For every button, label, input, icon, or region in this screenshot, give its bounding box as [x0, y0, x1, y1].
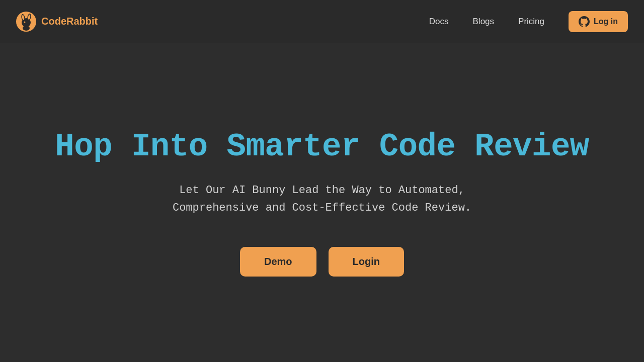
svg-point-4 — [23, 26, 30, 31]
hero-section: Hop Into Smarter Code Review Let Our AI … — [0, 43, 644, 362]
github-icon — [579, 16, 590, 27]
login-btn-label: Log in — [594, 17, 618, 26]
svg-point-7 — [24, 21, 26, 23]
hero-title: Hop Into Smarter Code Review — [55, 129, 589, 166]
hero-subtitle-line2: Comprehensive and Cost-Effective Code Re… — [173, 202, 471, 214]
nav-pricing[interactable]: Pricing — [518, 17, 544, 27]
hero-login-button[interactable]: Login — [329, 247, 404, 277]
nav-links: Docs Blogs Pricing Log in — [429, 11, 628, 32]
demo-button[interactable]: Demo — [240, 247, 316, 277]
nav-blogs[interactable]: Blogs — [473, 17, 495, 27]
logo-text: CodeRabbit — [41, 16, 98, 27]
nav-docs[interactable]: Docs — [429, 17, 449, 27]
hero-buttons: Demo Login — [240, 247, 404, 277]
logo-icon — [16, 12, 36, 32]
logo[interactable]: CodeRabbit — [16, 12, 98, 32]
hero-subtitle-line1: Let Our AI Bunny Lead the Way to Automat… — [179, 184, 465, 197]
hero-subtitle: Let Our AI Bunny Lead the Way to Automat… — [173, 182, 471, 217]
navbar: CodeRabbit Docs Blogs Pricing Log in — [0, 0, 644, 43]
login-button[interactable]: Log in — [569, 11, 628, 32]
